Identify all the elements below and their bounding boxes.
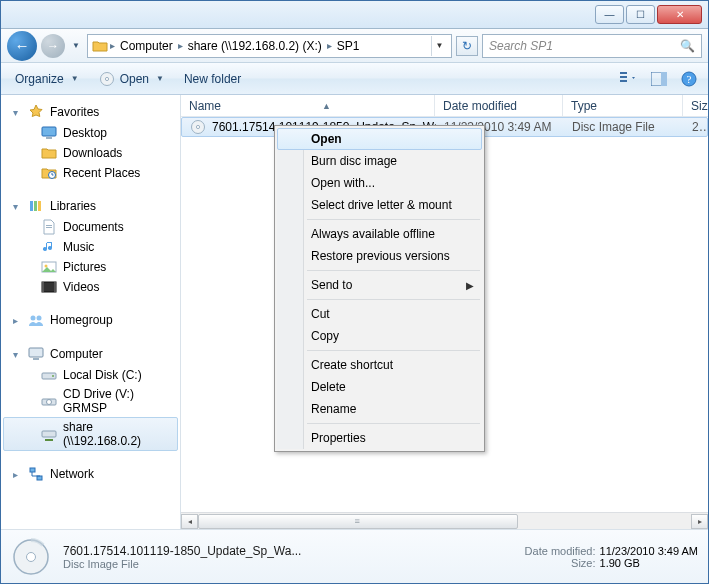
chevron-right-icon[interactable]: ▸ bbox=[325, 40, 334, 51]
nav-desktop[interactable]: Desktop bbox=[3, 123, 178, 143]
nav-favorites[interactable]: ▾ Favorites bbox=[3, 101, 178, 123]
ctx-available-offline[interactable]: Always available offline bbox=[277, 223, 482, 245]
navigation-pane: ▾ Favorites Desktop Downloads Recent Pla… bbox=[1, 95, 181, 529]
file-rows: 7601.17514.101119-1850_Update_Sp_Wa... 1… bbox=[181, 117, 708, 512]
breadcrumb-computer[interactable]: Computer bbox=[117, 39, 176, 53]
folder-icon bbox=[92, 38, 108, 54]
svg-point-36 bbox=[27, 552, 36, 561]
ctx-properties[interactable]: Properties bbox=[277, 427, 482, 449]
ctx-restore-versions[interactable]: Restore previous versions bbox=[277, 245, 482, 267]
address-bar[interactable]: ▸ Computer ▸ share (\\192.168.0.2) (X:) … bbox=[87, 34, 452, 58]
nav-item-label: Desktop bbox=[63, 126, 107, 140]
view-options-button[interactable] bbox=[618, 68, 640, 90]
nav-videos[interactable]: Videos bbox=[3, 277, 178, 297]
nav-item-label: Local Disk (C:) bbox=[63, 368, 142, 382]
preview-pane-button[interactable] bbox=[648, 68, 670, 90]
nav-downloads[interactable]: Downloads bbox=[3, 143, 178, 163]
scroll-thumb[interactable]: ≡ bbox=[198, 514, 518, 529]
nav-libraries[interactable]: ▾ Libraries bbox=[3, 195, 178, 217]
nav-item-label: CD Drive (V:) GRMSP bbox=[63, 387, 174, 415]
svg-rect-6 bbox=[661, 72, 667, 86]
svg-point-18 bbox=[45, 265, 48, 268]
search-input[interactable]: Search SP1 🔍 bbox=[482, 34, 702, 58]
ctx-send-to[interactable]: Send to▶ bbox=[277, 274, 482, 296]
details-pane: 7601.17514.101119-1850_Update_Sp_Wa... D… bbox=[1, 529, 708, 583]
open-menu[interactable]: Open ▼ bbox=[93, 69, 170, 89]
collapse-icon[interactable]: ▾ bbox=[13, 107, 22, 118]
help-button[interactable]: ? bbox=[678, 68, 700, 90]
pictures-icon bbox=[41, 259, 57, 275]
nav-computer[interactable]: ▾ Computer bbox=[3, 343, 178, 365]
svg-rect-10 bbox=[46, 137, 52, 139]
search-placeholder: Search SP1 bbox=[489, 39, 553, 53]
ctx-separator bbox=[307, 423, 480, 424]
organize-menu[interactable]: Organize ▼ bbox=[9, 70, 85, 88]
scroll-left-button[interactable]: ◂ bbox=[181, 514, 198, 529]
iso-icon bbox=[190, 119, 206, 135]
nav-cd-drive[interactable]: CD Drive (V:) GRMSP bbox=[3, 385, 178, 417]
nav-homegroup-label: Homegroup bbox=[50, 313, 113, 327]
svg-point-22 bbox=[31, 316, 36, 321]
nav-local-disk[interactable]: Local Disk (C:) bbox=[3, 365, 178, 385]
network-icon bbox=[28, 466, 44, 482]
horizontal-scrollbar[interactable]: ◂ ≡ ▸ bbox=[181, 512, 708, 529]
nav-music[interactable]: Music bbox=[3, 237, 178, 257]
nav-history-dropdown[interactable]: ▼ bbox=[69, 41, 83, 50]
ctx-burn[interactable]: Burn disc image bbox=[277, 150, 482, 172]
ctx-open[interactable]: Open bbox=[277, 128, 482, 150]
new-folder-button[interactable]: New folder bbox=[178, 70, 247, 88]
collapse-icon[interactable]: ▾ bbox=[13, 349, 22, 360]
address-dropdown[interactable]: ▼ bbox=[431, 36, 447, 56]
column-type[interactable]: Type bbox=[563, 95, 683, 116]
organize-label: Organize bbox=[15, 72, 64, 86]
refresh-button[interactable]: ↻ bbox=[456, 36, 478, 56]
nav-network-label: Network bbox=[50, 467, 94, 481]
context-menu: Open Burn disc image Open with... Select… bbox=[274, 125, 485, 452]
breadcrumb-share[interactable]: share (\\192.168.0.2) (X:) bbox=[185, 39, 325, 53]
drive-icon bbox=[41, 367, 57, 383]
ctx-label: Open with... bbox=[311, 176, 375, 190]
ctx-mount[interactable]: Select drive letter & mount bbox=[277, 194, 482, 216]
svg-rect-14 bbox=[38, 201, 41, 211]
chevron-right-icon[interactable]: ▸ bbox=[108, 40, 117, 51]
ctx-rename[interactable]: Rename bbox=[277, 398, 482, 420]
breadcrumb-sp1[interactable]: SP1 bbox=[334, 39, 363, 53]
ctx-copy[interactable]: Copy bbox=[277, 325, 482, 347]
nav-recent-places[interactable]: Recent Places bbox=[3, 163, 178, 183]
nav-share-drive[interactable]: share (\\192.168.0.2) bbox=[3, 417, 178, 451]
nav-item-label: Recent Places bbox=[63, 166, 140, 180]
ctx-label: Properties bbox=[311, 431, 366, 445]
nav-pictures[interactable]: Pictures bbox=[3, 257, 178, 277]
column-size[interactable]: Siz bbox=[683, 95, 709, 116]
scroll-right-button[interactable]: ▸ bbox=[691, 514, 708, 529]
svg-rect-25 bbox=[33, 358, 39, 360]
ctx-open-with[interactable]: Open with... bbox=[277, 172, 482, 194]
open-label: Open bbox=[120, 72, 149, 86]
svg-rect-15 bbox=[46, 225, 52, 226]
column-label: Siz bbox=[691, 99, 708, 113]
ctx-cut[interactable]: Cut bbox=[277, 303, 482, 325]
folder-icon bbox=[41, 145, 57, 161]
column-label: Name bbox=[189, 99, 221, 113]
close-button[interactable]: ✕ bbox=[657, 5, 702, 24]
ctx-delete[interactable]: Delete bbox=[277, 376, 482, 398]
nav-documents[interactable]: Documents bbox=[3, 217, 178, 237]
chevron-right-icon[interactable]: ▸ bbox=[176, 40, 185, 51]
collapse-icon[interactable]: ▾ bbox=[13, 201, 22, 212]
column-name[interactable]: Name▲ bbox=[181, 95, 435, 116]
expand-icon[interactable]: ▸ bbox=[13, 469, 22, 480]
ctx-create-shortcut[interactable]: Create shortcut bbox=[277, 354, 482, 376]
column-date[interactable]: Date modified bbox=[435, 95, 563, 116]
maximize-button[interactable]: ☐ bbox=[626, 5, 655, 24]
minimize-button[interactable]: — bbox=[595, 5, 624, 24]
svg-rect-16 bbox=[46, 227, 52, 228]
nav-favorites-label: Favorites bbox=[50, 105, 99, 119]
back-button[interactable]: ← bbox=[7, 31, 37, 61]
forward-button[interactable]: → bbox=[41, 34, 65, 58]
expand-icon[interactable]: ▸ bbox=[13, 315, 22, 326]
nav-homegroup[interactable]: ▸ Homegroup bbox=[3, 309, 178, 331]
address-bar-row: ← → ▼ ▸ Computer ▸ share (\\192.168.0.2)… bbox=[1, 29, 708, 63]
nav-network[interactable]: ▸ Network bbox=[3, 463, 178, 485]
ctx-label: Delete bbox=[311, 380, 346, 394]
scroll-track[interactable]: ≡ bbox=[198, 514, 691, 529]
